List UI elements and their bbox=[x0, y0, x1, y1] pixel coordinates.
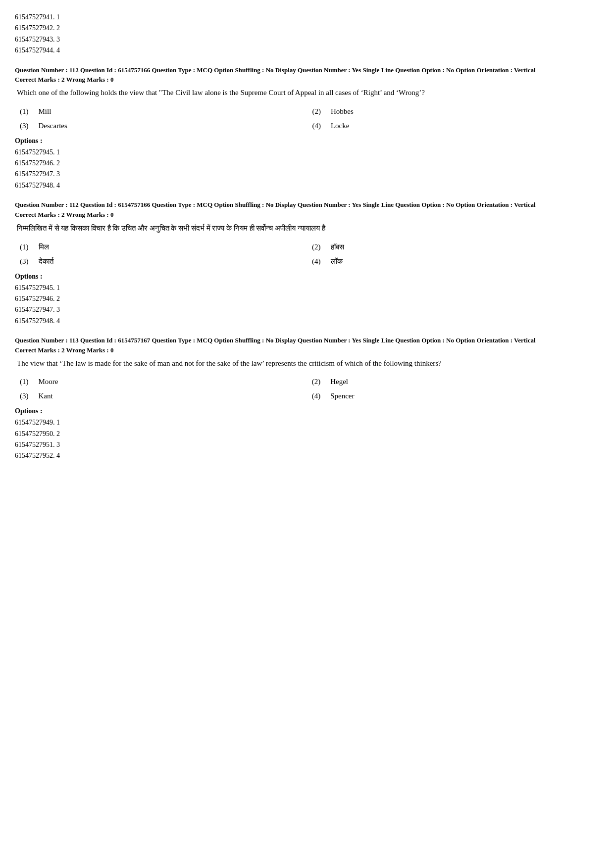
q112-hindi-meta: Question Number : 112 Question Id : 6154… bbox=[15, 200, 599, 210]
q112-hindi-option-ids: 61547527945. 1 61547527946. 2 6154752794… bbox=[15, 283, 599, 327]
q113-english-text: The view that ‘The law is made for the s… bbox=[15, 357, 599, 370]
top-option-1: 61547527941. 1 bbox=[15, 12, 599, 23]
q113-english-meta: Question Number : 113 Question Id : 6154… bbox=[15, 336, 599, 345]
q113-eng-opt3-num: (3) bbox=[15, 389, 34, 403]
q113-eng-opt4-num: (4) bbox=[307, 389, 326, 403]
q113-eng-id-3: 61547527951. 3 bbox=[15, 439, 599, 450]
q112-eng-id-3: 61547527947. 3 bbox=[15, 169, 599, 180]
q112-eng-opt3-val: Descartes bbox=[34, 119, 307, 133]
q112-hin-opt2-num: (2) bbox=[307, 240, 326, 254]
q113-eng-id-4: 61547527952. 4 bbox=[15, 450, 599, 461]
q112-hindi-section: Question Number : 112 Question Id : 6154… bbox=[15, 200, 599, 327]
q113-english-options: (1) Moore (2) Hegel (3) Kant (4) Spencer bbox=[15, 375, 599, 403]
q112-eng-opt2-val: Hobbes bbox=[326, 104, 599, 119]
q112-hin-opt4-val: लॉक bbox=[326, 254, 599, 269]
q113-eng-id-1: 61547527949. 1 bbox=[15, 417, 599, 428]
q112-english-marks: Correct Marks : 2 Wrong Marks : 0 bbox=[15, 76, 599, 84]
q112-eng-opt1-val: Mill bbox=[34, 104, 307, 119]
top-options-list: 61547527941. 1 61547527942. 2 6154752794… bbox=[15, 12, 599, 56]
q112-hindi-options: (1) मिल (2) हॉबस (3) देकार्त (4) लॉक bbox=[15, 240, 599, 269]
q113-eng-opt4-val: Spencer bbox=[325, 389, 599, 403]
q112-hin-id-3: 61547527947. 3 bbox=[15, 304, 599, 315]
q112-hindi-marks: Correct Marks : 2 Wrong Marks : 0 bbox=[15, 211, 599, 219]
q112-hin-opt1-val: मिल bbox=[34, 240, 307, 254]
q112-english-option-ids: 61547527945. 1 61547527946. 2 6154752794… bbox=[15, 147, 599, 192]
q113-english-options-label: Options : bbox=[15, 407, 599, 415]
q112-eng-opt1-num: (1) bbox=[15, 104, 34, 119]
q112-hin-opt2-val: हॉबस bbox=[326, 240, 599, 254]
q112-hindi-text: निम्मलिखित में से यह किसका विचार है कि उ… bbox=[15, 222, 599, 235]
q112-english-meta: Question Number : 112 Question Id : 6154… bbox=[15, 65, 599, 75]
top-option-4: 61547527944. 4 bbox=[15, 45, 599, 56]
q112-eng-opt4-val: Locke bbox=[326, 119, 599, 133]
q112-english-options: (1) Mill (2) Hobbes (3) Descartes (4) Lo… bbox=[15, 104, 599, 133]
q112-hin-id-1: 61547527945. 1 bbox=[15, 283, 599, 293]
q113-eng-opt1-num: (1) bbox=[15, 375, 34, 389]
q112-hin-id-4: 61547527948. 4 bbox=[15, 316, 599, 327]
q113-english-section: Question Number : 113 Question Id : 6154… bbox=[15, 336, 599, 462]
q112-english-options-label: Options : bbox=[15, 137, 599, 145]
q112-hin-opt4-num: (4) bbox=[307, 254, 326, 269]
top-option-3: 61547527943. 3 bbox=[15, 34, 599, 45]
q113-eng-id-2: 61547527950. 2 bbox=[15, 429, 599, 439]
q112-hin-opt3-num: (3) bbox=[15, 254, 34, 269]
q112-eng-opt3-num: (3) bbox=[15, 119, 34, 133]
q112-hin-opt3-val: देकार्त bbox=[34, 254, 307, 269]
q113-english-marks: Correct Marks : 2 Wrong Marks : 0 bbox=[15, 346, 599, 354]
q112-hin-opt1-num: (1) bbox=[15, 240, 34, 254]
q112-english-text: Which one of the following holds the vie… bbox=[15, 87, 599, 99]
q113-eng-opt2-num: (2) bbox=[307, 375, 326, 389]
q112-hin-id-2: 61547527946. 2 bbox=[15, 293, 599, 304]
q113-eng-opt2-val: Hegel bbox=[325, 375, 599, 389]
q112-eng-id-1: 61547527945. 1 bbox=[15, 147, 599, 158]
q112-eng-id-2: 61547527946. 2 bbox=[15, 158, 599, 169]
q112-hindi-options-label: Options : bbox=[15, 273, 599, 281]
q112-eng-id-4: 61547527948. 4 bbox=[15, 180, 599, 191]
q112-eng-opt2-num: (2) bbox=[307, 104, 326, 119]
q112-english-section: Question Number : 112 Question Id : 6154… bbox=[15, 65, 599, 192]
q113-eng-opt1-val: Moore bbox=[34, 375, 307, 389]
q113-eng-opt3-val: Kant bbox=[34, 389, 307, 403]
q112-eng-opt4-num: (4) bbox=[307, 119, 326, 133]
top-option-2: 61547527942. 2 bbox=[15, 23, 599, 34]
q113-english-option-ids: 61547527949. 1 61547527950. 2 6154752795… bbox=[15, 417, 599, 462]
